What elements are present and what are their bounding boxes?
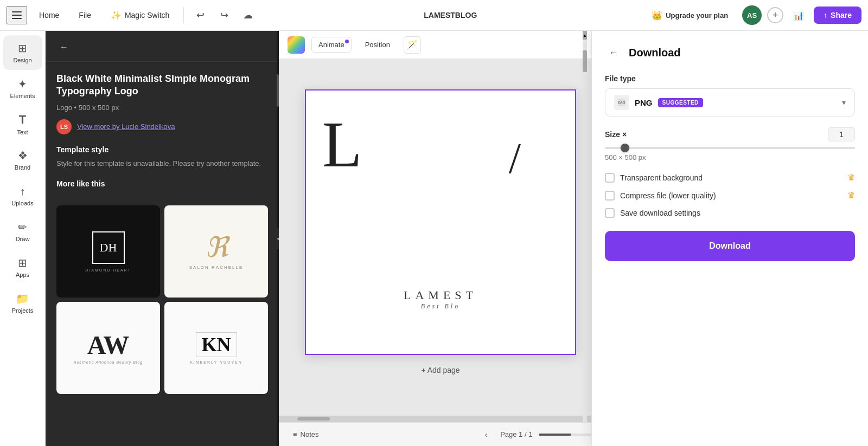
template-thumb-4[interactable]: KN KIMBERLY NGUYEN [164,302,268,394]
animate-label: Animate [318,41,344,49]
collapse-icon: ◀ [277,235,279,242]
download-back-button[interactable]: ← [605,44,622,61]
size-row: Size × 1 [605,127,855,141]
sidebar-item-apps[interactable]: ⊞ Apps [3,250,42,285]
template-info: Black White Minimalist SImple Monogram T… [46,62,279,205]
author-link[interactable]: View more by Lucie Sindelkova [77,122,175,131]
magic-wand-button[interactable]: 🪄 [404,36,421,54]
canvas-area: Animate Position 🪄 ▲ L / [279,31,868,446]
file-type-selector[interactable]: IMG PNG SUGGESTED ▾ [605,88,855,117]
thumb-3-subtext: Aesthetic Allonnoa Beauty Blog [74,360,143,364]
page-progress-fill [539,434,571,436]
sidebar-item-projects[interactable]: 📁 Projects [3,286,42,320]
template-thumb-1[interactable]: DH DIAMOND HEART [56,205,160,298]
thumb-1-logo: DH [92,231,125,264]
slider-thumb [621,144,629,152]
compress-checkbox[interactable] [605,191,615,201]
crown-icon: 👑 [652,10,662,21]
color-palette-button[interactable] [288,36,305,54]
canvas-sub-text: Best Blo [306,302,575,311]
style-section-title: Template style [56,145,268,154]
draw-icon: ✏ [18,221,27,234]
page-info: Page 1 / 1 [500,430,532,438]
template-meta: Logo • 500 x 500 px [56,104,268,112]
sidebar-item-text[interactable]: T Text [3,107,42,141]
sidebar-item-design[interactable]: ⊞ Design [3,35,42,70]
thumb-4-logo-text: KN [196,332,237,357]
magic-switch-button[interactable]: ✨ Magic Switch [103,7,177,24]
position-button[interactable]: Position [358,37,397,53]
size-label: Size × [605,130,627,139]
redo-button[interactable]: ↪ [214,5,234,25]
sidebar-label-uploads: Uploads [11,200,33,206]
page-prev-button[interactable]: ‹ [478,427,494,442]
thumb-1-inner: DH DIAMOND HEART [56,205,160,298]
compress-label: Compress file (lower quality) [620,191,716,200]
magic-switch-label: Magic Switch [125,11,169,20]
png-icon: IMG [614,95,629,110]
projects-icon: 📁 [16,292,29,305]
author-avatar: LS [56,119,72,134]
panel-back-button[interactable]: ← [56,40,72,55]
canvas-scroll-track [583,40,587,422]
thumb-1-subtext: DIAMOND HEART [85,268,131,272]
file-button[interactable]: File [71,8,99,23]
text-icon: T [19,113,26,127]
template-panel: ← Black White Minimalist SImple Monogram… [46,31,279,446]
transparent-bg-checkbox[interactable] [605,173,615,183]
size-slider[interactable] [605,147,855,149]
hamburger-button[interactable] [7,6,27,24]
panel-header: ← [46,31,279,62]
brand-icon: ❖ [18,149,28,162]
add-page-button[interactable]: + Add page [310,360,571,380]
collapse-panel-button[interactable]: ◀ [272,228,279,249]
save-settings-row: Save download settings [605,208,855,218]
cloud-save-button[interactable]: ☁ [238,5,258,25]
suggested-badge: SUGGESTED [658,98,703,107]
share-label: Share [831,11,852,20]
canvas-scroll-up[interactable]: ▲ [583,31,587,40]
thumb-4-inner: KN KIMBERLY NGUYEN [164,302,268,394]
upgrade-button[interactable]: 👑 Upgrade your plan [643,6,737,25]
share-icon: ↑ [824,11,827,20]
canvas-text-area: LAMEST Best Blo [306,288,575,311]
panel-scroll[interactable]: Black White Minimalist SImple Monogram T… [46,62,279,446]
project-name-button[interactable]: LAMESTBLOG [414,7,486,23]
canvas-right-scrollbar[interactable]: ▲ [583,31,587,422]
canvas-slash: / [509,134,521,183]
undo-button[interactable]: ↩ [190,5,210,25]
svg-text:IMG: IMG [618,101,625,105]
download-panel-header: ← Download [605,44,855,61]
sidebar-item-brand[interactable]: ❖ Brand [3,143,42,177]
download-button[interactable]: Download [605,231,855,261]
slider-container[interactable] [605,147,855,149]
template-grid: DH DIAMOND HEART ℜ SALON RACHELLE AW [46,205,279,405]
notes-button[interactable]: ≡ Notes [288,428,324,441]
style-section-desc: Style for this template is unavailable. … [56,158,268,169]
sidebar-item-elements[interactable]: ✦ Elements [3,71,42,106]
share-button[interactable]: ↑ Share [814,7,861,24]
compress-option: Compress file (lower quality) ♛ [605,190,855,201]
file-type-chevron-icon: ▾ [842,98,846,107]
template-thumb-2[interactable]: ℜ SALON RACHELLE [164,205,268,298]
option-left-compress: Compress file (lower quality) [605,191,716,201]
analytics-button[interactable]: 📊 [789,5,808,25]
home-button[interactable]: Home [31,8,67,23]
canvas-scroll-thumb [583,50,587,72]
template-thumb-3[interactable]: AW Aesthetic Allonnoa Beauty Blog [56,302,160,394]
thumb-3-logo-text: AW [87,332,129,358]
avatar-button[interactable]: AS [742,5,762,25]
animate-button[interactable]: Animate [311,37,352,53]
sidebar-label-brand: Brand [15,164,30,171]
save-settings-checkbox[interactable] [605,208,615,218]
canvas-scrollbar-thumb [297,417,330,421]
download-panel-title: Download [629,47,681,59]
file-type-name: PNG [635,98,653,107]
more-like-this-title: More like this [56,179,268,188]
notes-icon: ≡ [293,430,297,438]
sidebar-item-uploads[interactable]: ↑ Uploads [3,178,42,213]
plus-button[interactable]: + [767,7,783,23]
author-row: LS View more by Lucie Sindelkova [56,119,268,134]
animate-dot [345,40,349,43]
sidebar-item-draw[interactable]: ✏ Draw [3,214,42,249]
